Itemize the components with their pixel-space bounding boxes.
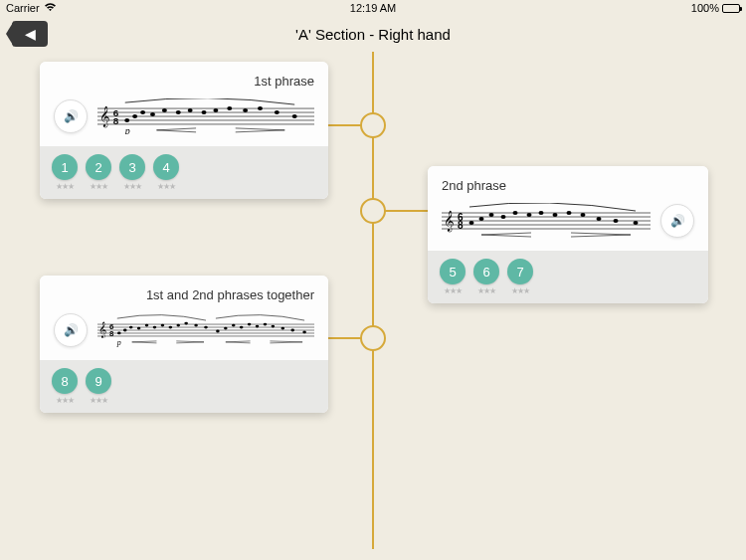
svg-point-36 [527,213,532,217]
svg-point-10 [140,110,145,114]
step-button[interactable]: 1 [52,154,78,180]
back-button[interactable]: ◀ [12,21,48,47]
step-button[interactable]: 5 [440,259,466,284]
step-button[interactable]: 2 [86,154,111,180]
status-time: 12:19 AM [350,2,396,14]
svg-point-40 [581,213,586,217]
svg-point-16 [213,108,218,112]
staff-svg: 𝄞 68 [442,203,651,239]
card-title: 1st and 2nd phrases together [54,287,314,302]
svg-text:p: p [116,338,121,347]
svg-point-41 [597,217,602,221]
svg-point-20 [275,110,280,114]
svg-point-17 [227,106,232,110]
step-4: 4★★★ [153,154,179,191]
svg-point-38 [553,213,558,217]
step-button[interactable]: 3 [119,154,145,180]
card-title: 2nd phrase [442,178,694,193]
node-1 [361,113,385,137]
card-body: 1st phrase 🔊 𝄞 68 [40,62,328,146]
svg-point-33 [489,213,494,217]
svg-text:𝄞: 𝄞 [98,321,106,339]
svg-point-61 [184,322,188,325]
play-button[interactable]: 🔊 [660,204,694,238]
svg-point-32 [479,217,484,221]
step-2: 2★★★ [86,154,111,191]
svg-point-35 [513,211,518,215]
node-3 [361,326,385,350]
svg-point-18 [243,108,248,112]
step-stars: ★★★ [477,286,495,295]
step-5: 5★★★ [440,259,466,295]
svg-point-57 [153,326,157,329]
step-3: 3★★★ [119,154,145,191]
svg-point-69 [256,325,260,328]
card-content: 🔊 𝄞 68 p [54,96,314,136]
wifi-icon [44,2,57,14]
step-7: 7★★★ [507,259,533,295]
svg-text:8: 8 [113,115,119,126]
card-body: 1st and 2nd phrases together 🔊 𝄞 68 [40,276,328,360]
card-body: 2nd phrase 𝄞 68 [428,166,708,251]
play-button[interactable]: 🔊 [54,313,88,347]
svg-point-55 [137,327,141,330]
svg-point-68 [248,323,252,326]
card-footer: 5★★★ 6★★★ 7★★★ [428,251,708,303]
step-stars: ★★★ [123,182,141,191]
svg-point-43 [634,221,639,225]
svg-text:p: p [124,125,130,134]
step-8: 8★★★ [52,368,78,405]
svg-point-31 [469,221,474,225]
card-title: 1st phrase [54,74,314,89]
status-right: 100% [691,2,740,14]
step-button[interactable]: 6 [473,259,499,284]
header: ◀ 'A' Section - Right hand [0,16,746,52]
svg-point-67 [240,326,244,329]
staff-svg: 𝄞 68 p [97,98,314,134]
svg-point-72 [281,327,285,330]
svg-point-14 [188,108,193,112]
svg-point-53 [123,329,127,332]
step-9: 9★★★ [86,368,111,405]
step-stars: ★★★ [90,182,107,191]
step-button[interactable]: 9 [86,368,111,394]
phrase-card-3[interactable]: 1st and 2nd phrases together 🔊 𝄞 68 [40,276,328,413]
svg-point-71 [272,325,276,328]
canvas: 1st phrase 🔊 𝄞 68 [0,52,746,560]
speaker-icon: 🔊 [670,214,685,228]
music-notation: 𝄞 68 p [97,310,314,350]
svg-text:8: 8 [458,220,464,231]
svg-point-62 [194,324,198,327]
svg-text:𝄞: 𝄞 [444,210,455,233]
svg-point-63 [204,326,208,329]
step-button[interactable]: 8 [52,368,78,394]
svg-point-15 [202,110,207,114]
svg-text:8: 8 [109,329,114,338]
battery-label: 100% [691,2,719,14]
svg-point-54 [129,326,133,329]
status-left: Carrier [6,2,57,14]
step-stars: ★★★ [511,286,529,295]
step-stars: ★★★ [56,182,74,191]
svg-point-8 [124,118,129,122]
phrase-card-1[interactable]: 1st phrase 🔊 𝄞 68 [40,62,328,199]
svg-point-70 [264,323,268,326]
step-button[interactable]: 7 [507,259,533,284]
svg-point-74 [302,331,306,334]
step-button[interactable]: 4 [153,154,179,180]
step-stars: ★★★ [90,396,107,405]
play-button[interactable]: 🔊 [54,99,88,133]
step-stars: ★★★ [444,286,462,295]
carrier-label: Carrier [6,2,40,14]
staff-svg: 𝄞 68 p [97,312,314,348]
back-arrow-icon: ◀ [25,26,36,42]
svg-point-65 [224,327,228,330]
svg-point-52 [117,332,121,335]
svg-point-60 [176,324,180,327]
card-footer: 8★★★ 9★★★ [40,360,328,413]
phrase-card-2[interactable]: 2nd phrase 𝄞 68 [428,166,708,303]
status-bar: Carrier 12:19 AM 100% [0,0,746,16]
music-notation: 𝄞 68 [442,201,651,241]
svg-point-39 [567,211,572,215]
svg-point-21 [292,114,297,118]
